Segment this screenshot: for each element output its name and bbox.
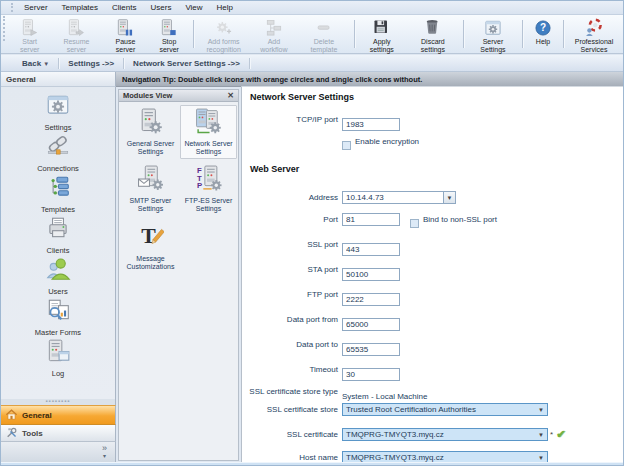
form-row-sta-port: STA port [242,263,624,277]
divider [563,20,564,48]
menu-help[interactable]: Help [210,1,240,15]
sidebar-item-log[interactable]: Log [1,338,115,379]
sta-port-input[interactable] [342,268,400,281]
toolbar-button-label: Discard settings [410,38,456,54]
mod-message-icon: T [137,223,164,254]
divider [249,58,250,69]
ftp-port-input[interactable] [342,293,400,306]
port-input[interactable] [342,213,400,226]
sidebar-tab-tools-label: Tools [22,429,43,438]
data-port-to-input[interactable] [342,343,400,356]
chevron-double-right-icon[interactable]: »▾ [102,444,107,460]
toolbar-button-label: Pause server [106,38,144,54]
sidebar-item-templates[interactable]: Templates [1,174,115,215]
close-icon[interactable]: ✕ [227,91,234,101]
toolbar-button-label: Stop server [153,38,186,54]
sidebar-item-clients[interactable]: Clients [1,215,115,256]
field-label: Data port from [242,313,338,327]
menu-server[interactable]: Server [17,1,55,15]
form-row-port: PortBind to non-SSL port [242,213,624,227]
toolbar-button-label: Add forms recognition [201,38,247,54]
field-label: SSL certificate store [242,403,338,417]
toolbar-button-label: Professional Services [571,38,617,54]
module-message-customizations[interactable]: TMessage Customizations [122,220,179,274]
sidebar-item-label: Users [48,287,68,296]
pause-server-button[interactable]: Pause server [102,16,148,52]
sidebar-item-users[interactable]: Users [1,256,115,297]
mod-smtp-icon [137,165,164,196]
ssl-certificate-store-dropdown[interactable]: Trusted Root Certification Authorities▼ [342,403,548,416]
server-settings-button[interactable]: Server Settings [467,16,519,52]
ssl-certificate-dropdown[interactable]: TMQPRG-TMYQT3.myq.cz▼ [342,428,548,441]
address-dropdown[interactable]: 10.14.4.73▼ [342,191,456,204]
sidebar-tab-general[interactable]: General [1,405,116,425]
module-label: SMTP Server Settings [123,197,178,213]
chevron-down-icon[interactable]: ▼ [535,404,547,415]
application-window: ServerTemplatesClientsUsersViewHelp Star… [0,0,624,466]
section-heading-network: Network Server Settings [250,92,354,102]
forms-recognition-icon [214,18,234,38]
bind-to-non-ssl-port-checkbox[interactable] [410,219,419,228]
enable-encryption-checkbox[interactable] [342,141,351,150]
module-ftp-es-server-settings[interactable]: FTPFTP-ES Server Settings [180,162,237,216]
tools-icon [5,426,18,441]
apply-settings-button[interactable]: Apply settings [358,16,406,52]
checkbox-label: Bind to non-SSL port [423,215,497,224]
sidebar-item-settings[interactable]: Settings [1,92,115,133]
sidebar-tab-tools[interactable]: Tools [1,425,116,442]
divider [463,20,464,48]
module-smtp-server-settings[interactable]: SMTP Server Settings [122,162,179,216]
menu-bar: ServerTemplatesClientsUsersViewHelp [1,1,623,15]
sidebar-item-label: Connections [37,164,79,173]
chevron-down-icon[interactable]: ▼ [535,429,547,440]
home-icon [5,408,18,423]
settings-icon [45,92,71,122]
menu-users[interactable]: Users [143,1,178,15]
sidebar: SettingsConnectionsTemplatesClientsUsers… [1,87,116,399]
sidebar-item-label: Master Forms [35,328,81,337]
svg-text:P: P [197,181,202,190]
start-server-button: Start server [9,16,51,52]
ssl-port-input[interactable] [342,243,400,256]
help-button[interactable]: ?Help [526,16,560,52]
menu-view[interactable]: View [178,1,209,15]
data-port-from-input[interactable] [342,318,400,331]
stop-server-button[interactable]: Stop server [149,16,190,52]
professional-services-button[interactable]: Professional Services [567,16,621,52]
menu-templates[interactable]: Templates [55,1,105,15]
module-general-server-settings[interactable]: General Server Settings [122,105,179,159]
help-icon: ? [533,18,553,38]
module-label: Message Customizations [123,255,178,271]
sidebar-item-connections[interactable]: Connections [1,133,115,174]
delete-template-button: Delete template [297,16,350,52]
menu-clients[interactable]: Clients [105,1,143,15]
mod-ftp-icon: FTP [195,165,222,196]
save-icon [372,18,392,38]
sidebar-overflow: »▾ [1,442,116,462]
server-resume-icon [66,18,86,38]
breadcrumb-settings[interactable]: Settings ->> [59,59,123,68]
required-asterisk: * [550,428,553,441]
toolbar-grip-icon [11,3,14,12]
field-label: SSL port [242,238,338,252]
settings-content: Network Server Settings Web Server TCP/I… [241,86,624,463]
breadcrumb-network-server-settings[interactable]: Network Server Settings ->> [124,59,249,68]
server-pause-icon [115,18,135,38]
discard-settings-button[interactable]: Discard settings [406,16,460,52]
module-network-server-settings[interactable]: Network Server Settings [180,105,237,159]
status-bar [1,462,623,466]
toolbar-button-label: Start server [13,38,47,54]
dropdown-value: TMQPRG-TMYQT3.myq.cz [343,453,535,462]
toolbar-button-label: Resume server [54,38,98,54]
sidebar-item-master-forms[interactable]: Master Forms [1,297,115,338]
field-label: SSL certificate store type [242,385,338,399]
timeout-input[interactable] [342,368,400,381]
mod-general-icon [137,108,164,139]
dropdown-value: 10.14.4.73 [343,193,443,202]
tcp-ip-port-input[interactable] [342,118,400,131]
back-button[interactable]: Back ▼ [13,59,58,68]
form-row-ssl-certificate-store: SSL certificate storeTrusted Root Certif… [242,403,624,417]
field-label: SSL certificate [242,428,338,442]
chevron-down-icon[interactable]: ▼ [443,192,455,203]
divider [193,20,194,48]
